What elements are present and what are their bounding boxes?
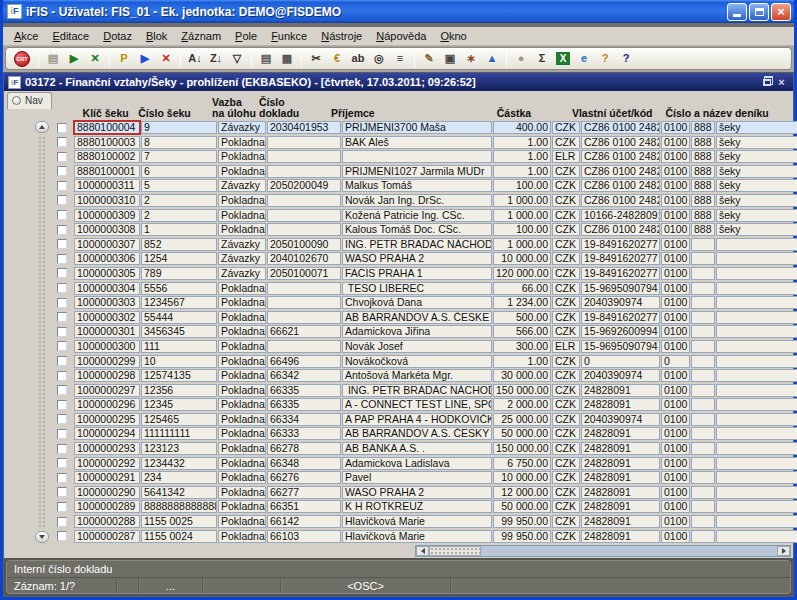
cell-denik_n[interactable] bbox=[716, 311, 797, 324]
cell-prijemce[interactable]: PRIJMENI1027 Jarmila MUDr bbox=[342, 165, 492, 178]
cell-vazba[interactable]: Pokladna bbox=[218, 136, 266, 149]
cell-kod[interactable]: 0100 bbox=[661, 471, 690, 484]
cell-ucet[interactable]: 24828091 bbox=[581, 384, 660, 397]
cell-denik_n[interactable]: šeky bbox=[716, 194, 797, 207]
cell-cislo[interactable]: 5 bbox=[141, 179, 217, 192]
sum-icon[interactable]: Σ bbox=[532, 49, 552, 68]
cell-vazba[interactable]: Pokladna bbox=[218, 165, 266, 178]
cell-cislo[interactable]: 1254 bbox=[141, 252, 217, 265]
cell-mena[interactable]: CZK bbox=[552, 384, 580, 397]
cell-mena[interactable]: CZK bbox=[552, 398, 580, 411]
cell-vazba[interactable]: Pokladna bbox=[218, 427, 266, 440]
cell-ucet[interactable]: CZ86 0100 2482 809' bbox=[581, 194, 660, 207]
row-checkbox[interactable] bbox=[50, 500, 74, 513]
cell-kod[interactable]: 0 bbox=[661, 355, 690, 368]
cell-prijemce[interactable]: A - CONNECT TEST LINE, SPOL. S bbox=[342, 398, 492, 411]
cell-prijemce[interactable]: A PAP PRAHA 4 - HODKOVIČKY bbox=[342, 413, 492, 426]
cell-kod[interactable]: 0100 bbox=[661, 121, 690, 134]
prism-icon[interactable]: ▲ bbox=[482, 49, 502, 68]
cell-castka[interactable]: 12 000.00 bbox=[493, 486, 551, 499]
row-checkbox[interactable] bbox=[50, 398, 74, 411]
cell-kod[interactable]: 0100 bbox=[661, 427, 690, 440]
cell-cislo[interactable]: 55444 bbox=[141, 311, 217, 324]
row-checkbox[interactable] bbox=[50, 296, 74, 309]
cell-kod[interactable]: 0100 bbox=[661, 150, 690, 163]
cell-cislo[interactable]: 88888888888888 bbox=[141, 500, 217, 513]
cell-doklad[interactable]: 66351 bbox=[267, 500, 341, 513]
cell-castka[interactable]: 1.00 bbox=[493, 165, 551, 178]
cell-denik_n[interactable] bbox=[716, 515, 797, 528]
row-checkbox[interactable] bbox=[50, 471, 74, 484]
cell-denik_n[interactable] bbox=[716, 427, 797, 440]
cell-cislo[interactable]: 3456345 bbox=[141, 325, 217, 338]
cell-ucet[interactable]: 24828091 bbox=[581, 530, 660, 543]
cell-cislo[interactable]: 2 bbox=[141, 194, 217, 207]
cell-mena[interactable]: CZK bbox=[552, 486, 580, 499]
cell-castka[interactable]: 400.00 bbox=[493, 121, 551, 134]
mdi-restore-button[interactable] bbox=[759, 76, 774, 89]
cell-vazba[interactable]: Pokladna bbox=[218, 530, 266, 543]
cell-mena[interactable]: CZK bbox=[552, 136, 580, 149]
row-checkbox[interactable] bbox=[50, 427, 74, 440]
cell-vazba[interactable]: Pokladna bbox=[218, 282, 266, 295]
cell-mena[interactable]: ELR bbox=[552, 150, 580, 163]
cell-denik_n[interactable]: šeky bbox=[716, 150, 797, 163]
cell-cislo[interactable]: 6 bbox=[141, 165, 217, 178]
row-checkbox[interactable] bbox=[50, 384, 74, 397]
cell-prijemce[interactable]: Kožená Patricie Ing. CSc. bbox=[342, 209, 492, 222]
cell-vazba[interactable]: Pokladna bbox=[218, 296, 266, 309]
cell-prijemce[interactable]: Antošová Markéta Mgr. bbox=[342, 369, 492, 382]
cell-vazba[interactable]: Závazky bbox=[218, 238, 266, 251]
cell-denik_n[interactable] bbox=[716, 296, 797, 309]
cell-doklad[interactable]: 66334 bbox=[267, 413, 341, 426]
cell-doklad[interactable] bbox=[267, 282, 341, 295]
cell-ucet[interactable]: CZ86 0100 2482 809' bbox=[581, 179, 660, 192]
cell-kod[interactable]: 0100 bbox=[661, 252, 690, 265]
cell-prijemce[interactable]: Kalous Tomáš Doc. CSc. bbox=[342, 223, 492, 236]
sort-desc-icon[interactable]: Z↓ bbox=[206, 49, 226, 68]
cell-doklad[interactable]: 2030401953 bbox=[267, 121, 341, 134]
cell-denik_c[interactable] bbox=[691, 267, 715, 280]
cell-denik_n[interactable] bbox=[716, 471, 797, 484]
cell-mena[interactable]: CZK bbox=[552, 267, 580, 280]
search-icon[interactable]: ◎ bbox=[369, 49, 389, 68]
cell-denik_n[interactable] bbox=[716, 369, 797, 382]
currency-convert-icon[interactable]: € bbox=[327, 49, 347, 68]
menu-blok[interactable]: Blok bbox=[139, 28, 174, 44]
cell-kod[interactable]: 0100 bbox=[661, 179, 690, 192]
cell-kod[interactable]: 0100 bbox=[661, 413, 690, 426]
row-checkbox[interactable] bbox=[50, 325, 74, 338]
cell-prijemce[interactable]: K H ROTKREUZ bbox=[342, 500, 492, 513]
cell-klic[interactable]: 1000000297 bbox=[74, 384, 140, 397]
cell-vazba[interactable]: Závazky bbox=[218, 252, 266, 265]
cell-mena[interactable]: CZK bbox=[552, 325, 580, 338]
row-checkbox[interactable] bbox=[50, 223, 74, 236]
cell-castka[interactable]: 10 000.00 bbox=[493, 252, 551, 265]
horizontal-scrollbar[interactable] bbox=[415, 545, 791, 557]
cell-castka[interactable]: 99 950.00 bbox=[493, 530, 551, 543]
row-checkbox[interactable] bbox=[50, 238, 74, 251]
cell-castka[interactable]: 1 234.00 bbox=[493, 296, 551, 309]
cell-doklad[interactable] bbox=[267, 296, 341, 309]
cell-prijemce[interactable]: Pavel bbox=[342, 471, 492, 484]
cell-castka[interactable]: 150 000.00 bbox=[493, 442, 551, 455]
cell-denik_c[interactable] bbox=[691, 296, 715, 309]
cell-prijemce[interactable]: PRIJMENI3700 Maša bbox=[342, 121, 492, 134]
cell-denik_n[interactable] bbox=[716, 282, 797, 295]
cell-castka[interactable]: 150 000.00 bbox=[493, 384, 551, 397]
cell-ucet[interactable]: 15-9692600994 bbox=[581, 325, 660, 338]
cell-denik_n[interactable]: šeky bbox=[716, 179, 797, 192]
cell-vazba[interactable]: Pokladna bbox=[218, 457, 266, 470]
cell-denik_c[interactable] bbox=[691, 252, 715, 265]
row-checkbox[interactable] bbox=[50, 179, 74, 192]
cell-cislo[interactable]: 111111111 bbox=[141, 427, 217, 440]
row-checkbox[interactable] bbox=[50, 457, 74, 470]
cell-cislo[interactable]: 12356 bbox=[141, 384, 217, 397]
cell-denik_n[interactable] bbox=[716, 457, 797, 470]
cell-castka[interactable]: 1 000.00 bbox=[493, 194, 551, 207]
cell-doklad[interactable] bbox=[267, 136, 341, 149]
cell-ucet[interactable]: CZ86 0100 2482 809' bbox=[581, 121, 660, 134]
cell-prijemce[interactable]: Malkus Tomáš bbox=[342, 179, 492, 192]
cell-castka[interactable]: 500.00 bbox=[493, 311, 551, 324]
cell-denik_c[interactable]: 888 bbox=[691, 150, 715, 163]
